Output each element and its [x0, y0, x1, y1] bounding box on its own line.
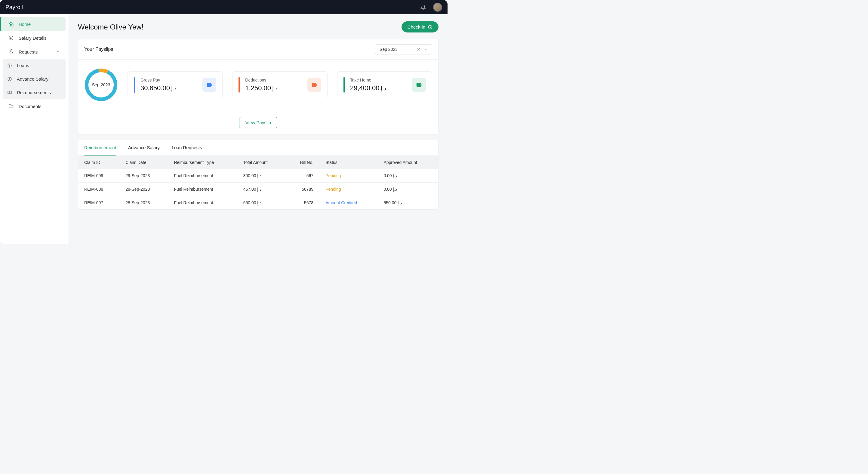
clear-icon[interactable]: ✕ — [417, 47, 421, 52]
stat-label: Gross Pay — [141, 77, 177, 83]
month-select-value: Sep 2023 — [379, 47, 398, 52]
view-payslip-button[interactable]: View Payslip — [239, 117, 277, 128]
table-header-row: Claim IDClaim DateReimbursement TypeTota… — [78, 156, 438, 169]
table-header-cell: Approved Amount — [377, 156, 438, 169]
stat-label: Take Home — [350, 77, 386, 83]
sidebar-item-label: Advance Salary — [17, 76, 49, 82]
cell-claim-id: REIM-009 — [78, 169, 119, 183]
sidebar-item-label: Requests — [19, 49, 38, 55]
cell-total: 650.00 د.إ — [237, 196, 286, 210]
reimbursement-table: Claim IDClaim DateReimbursement TypeTota… — [78, 156, 438, 210]
sidebar-item-requests[interactable]: Requests — [3, 45, 66, 59]
dollar-circle-icon — [7, 63, 12, 68]
cell-claim-id: REIM-008 — [78, 183, 119, 196]
stat-value: 29,400.00د.إ — [350, 84, 386, 92]
folder-icon — [8, 103, 14, 109]
sidebar: Home Salary Details Requests Loans Advan… — [0, 14, 69, 244]
cell-bill: 56789 — [286, 183, 319, 196]
hand-icon — [8, 49, 14, 55]
table-row[interactable]: REIM-009 29-Sep-2023 Fuel Reimbursement … — [78, 169, 438, 183]
cell-claim-date: 28-Sep-2023 — [119, 183, 168, 196]
sidebar-requests-sub: Loans Advance Salary Reimbursements — [3, 59, 66, 99]
table-header-cell: Status — [319, 156, 377, 169]
donut-label: Sep-2023 — [84, 68, 118, 102]
stat-card: Gross Pay 30,650.00د.إ — [127, 71, 223, 98]
table-row[interactable]: REIM-007 28-Sep-2023 Fuel Reimbursement … — [78, 196, 438, 210]
topbar-right — [421, 3, 442, 12]
stat-accent-bar — [343, 77, 345, 93]
sidebar-item-home[interactable]: Home — [0, 17, 66, 31]
cell-status: Pending — [319, 169, 377, 183]
month-select[interactable]: Sep 2023 ✕ — [375, 44, 432, 55]
home-icon — [8, 21, 14, 27]
sidebar-item-salary-details[interactable]: Salary Details — [3, 31, 66, 45]
cell-bill: 5678 — [286, 196, 319, 210]
cell-approved: 0.00 د.إ — [377, 169, 438, 183]
cell-total: 300.00 د.إ — [237, 169, 286, 183]
book-icon — [7, 90, 12, 95]
table-body: REIM-009 29-Sep-2023 Fuel Reimbursement … — [78, 169, 438, 210]
sidebar-item-label: Documents — [19, 104, 41, 109]
view-payslip-row: View Payslip — [84, 110, 432, 128]
tab-reimbursement[interactable]: Reimbursement — [84, 140, 116, 156]
chevron-down-icon — [424, 48, 428, 51]
pay-stats-row: Sep-2023 Gross Pay 30,650.00د.إ Deductio… — [84, 68, 432, 102]
cell-claim-date: 28-Sep-2023 — [119, 196, 168, 210]
wallet-icon — [203, 78, 216, 92]
salary-icon — [8, 35, 14, 41]
stat-value: 30,650.00د.إ — [141, 84, 177, 92]
requests-tabs: Reimbursement Advance Salary Loan Reques… — [78, 140, 438, 156]
payslips-card: Your Payslips Sep 2023 ✕ — [78, 39, 438, 134]
page-title: Welcome Olive Yew! — [78, 23, 144, 31]
cell-bill: 567 — [286, 169, 319, 183]
sidebar-item-label: Loans — [17, 63, 29, 68]
payslips-header: Your Payslips Sep 2023 ✕ — [78, 39, 438, 60]
cell-type: Fuel Reimbursement — [168, 169, 237, 183]
sidebar-item-advance-salary[interactable]: Advance Salary — [3, 72, 66, 86]
sidebar-item-loans[interactable]: Loans — [3, 59, 66, 72]
table-header-cell: Bill No. — [286, 156, 319, 169]
cell-type: Fuel Reimbursement — [168, 196, 237, 210]
requests-card: Reimbursement Advance Salary Loan Reques… — [78, 140, 438, 210]
table-row[interactable]: REIM-008 28-Sep-2023 Fuel Reimbursement … — [78, 183, 438, 196]
cell-type: Fuel Reimbursement — [168, 183, 237, 196]
wallet-icon — [307, 78, 321, 92]
stat-card: Deductions 1,250.00د.إ — [232, 71, 327, 98]
cell-approved: 0.00 د.إ — [377, 183, 438, 196]
clock-icon — [428, 25, 433, 29]
cell-claim-id: REIM-007 — [78, 196, 119, 210]
sidebar-item-reimbursements[interactable]: Reimbursements — [3, 86, 66, 99]
stat-accent-bar — [239, 77, 240, 93]
table-header-cell: Total Amount — [237, 156, 286, 169]
dollar-circle-icon — [7, 77, 12, 82]
pay-period-donut: Sep-2023 — [84, 68, 118, 102]
stat-value: 1,250.00د.إ — [245, 84, 278, 92]
table-header-cell: Claim ID — [78, 156, 119, 169]
sidebar-item-label: Salary Details — [19, 35, 46, 41]
topbar: Payroll — [0, 0, 447, 14]
cell-status: Amount Credited — [319, 196, 377, 210]
cell-status: Pending — [319, 183, 377, 196]
svg-point-1 — [10, 37, 12, 39]
stat-label: Deductions — [245, 77, 278, 83]
main-content: Welcome Olive Yew! Check-in Your Payslip… — [69, 14, 447, 244]
cell-approved: 650.00 د.إ — [377, 196, 438, 210]
cell-claim-date: 29-Sep-2023 — [119, 169, 168, 183]
table-header-cell: Reimbursement Type — [168, 156, 237, 169]
main-header: Welcome Olive Yew! Check-in — [78, 21, 438, 32]
cell-total: 457.00 د.إ — [237, 183, 286, 196]
stat-card: Take Home 29,400.00د.إ — [337, 71, 432, 98]
payslips-title: Your Payslips — [84, 46, 113, 52]
tab-advance-salary[interactable]: Advance Salary — [128, 140, 160, 156]
svg-point-0 — [9, 36, 13, 40]
bell-icon[interactable] — [421, 4, 426, 10]
payslips-body: Sep-2023 Gross Pay 30,650.00د.إ Deductio… — [78, 60, 438, 134]
sidebar-item-documents[interactable]: Documents — [3, 99, 66, 113]
table-header-cell: Claim Date — [119, 156, 168, 169]
checkin-button[interactable]: Check-in — [402, 21, 438, 32]
wallet-icon — [412, 78, 426, 92]
chevron-down-icon — [56, 50, 60, 54]
tab-loan-requests[interactable]: Loan Requests — [172, 140, 202, 156]
avatar[interactable] — [433, 3, 442, 12]
stat-accent-bar — [134, 77, 135, 93]
